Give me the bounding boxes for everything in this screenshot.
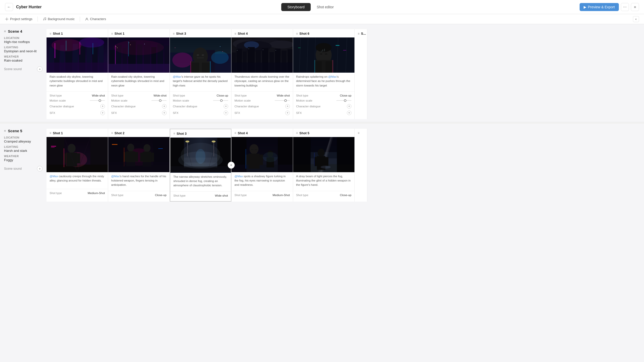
sfx-add-button[interactable]: + (162, 111, 167, 115)
motion-track (213, 100, 228, 101)
motion-scale-control[interactable] (336, 100, 351, 101)
scene-4-title: Scene 4 (8, 29, 22, 33)
scene-4-shots: ≡ Shot 1 (47, 29, 644, 119)
collapse-button[interactable]: ‹ (633, 16, 639, 22)
char-rain-svg (293, 37, 354, 73)
sfx-add-button[interactable]: + (285, 111, 290, 115)
dialogue-add-button[interactable]: + (162, 104, 167, 109)
svg-rect-107 (51, 147, 55, 148)
svg-rect-121 (158, 148, 163, 149)
svg-point-171 (318, 149, 325, 157)
icon-button-2[interactable]: ≡ (631, 3, 639, 11)
shot-type-value: Wide-shot (215, 194, 228, 197)
scene-4-shot-6-header: ≡ Shot 6 (293, 29, 354, 37)
svg-rect-111 (77, 153, 80, 163)
divider (231, 191, 293, 191)
scene-4-weather-field: Weather Rain-soaked (4, 55, 43, 62)
svg-rect-120 (112, 144, 117, 145)
scene-5-shot-2-title: Shot 2 (114, 131, 125, 135)
scene-5-sound-add-button[interactable]: + (37, 166, 43, 171)
storm-city-svg (231, 37, 293, 73)
dialogue-add-button[interactable]: + (347, 104, 351, 109)
scene-5-shot-3-image (170, 138, 231, 173)
divider (170, 191, 231, 192)
back-button[interactable]: ← (5, 3, 13, 11)
svg-point-155 (250, 144, 259, 154)
divider-1 (37, 17, 38, 22)
char-closeup-svg (170, 37, 231, 73)
city-neon2-svg (108, 37, 170, 73)
preview-export-button[interactable]: ▶ Preview & Export (580, 3, 619, 11)
tab-shot-editor[interactable]: Shot editor (311, 3, 340, 11)
sfx-add-button[interactable]: + (100, 111, 105, 115)
scene-4-shot-3-header: ≡ Shot 3 (170, 29, 231, 37)
settings-icon (5, 17, 9, 21)
motion-thumb (220, 99, 223, 102)
sfx-add-button[interactable]: + (224, 111, 228, 115)
scene-4-shot-4-image (231, 37, 293, 73)
divider (108, 191, 170, 191)
scene-5-shot-5: ≡ Shot 5 (293, 129, 355, 202)
scene-5-location-field: Location Cramped alleyway (4, 136, 43, 143)
motion-scale-label: Motion scale (296, 99, 312, 102)
motion-scale-control[interactable] (213, 100, 228, 101)
shot-type-value: Wide-shot (92, 94, 105, 97)
svg-rect-89 (321, 51, 321, 52)
shot-type-label: Shot type (50, 94, 62, 97)
scene-5-shot-5-type-field: Shot type Close-up (293, 193, 354, 198)
background-music-item[interactable]: Background music (43, 17, 75, 21)
sfx-label: SFX (111, 111, 117, 114)
svg-point-48 (197, 54, 199, 56)
scene-5-shot-3: ≡ Shot 3 (170, 129, 231, 202)
motion-scale-control[interactable] (151, 100, 167, 101)
divider (108, 91, 170, 92)
svg-point-143 (212, 141, 216, 143)
scene-4-sound-add-button[interactable]: + (37, 66, 43, 72)
scene-4-location-value: High-rise rooftops (4, 40, 43, 44)
scene-4-shot-1-dialogue-field: Character dialogue + (47, 103, 108, 110)
sub-header: Project settings Background music Charac… (0, 14, 644, 24)
scene-4-shot-4-desc: Thunderous storm clouds looming over the… (231, 73, 293, 90)
svg-point-176 (321, 166, 331, 169)
scene-5-sound-field: Scene sound + (4, 166, 43, 171)
dialogue-add-button[interactable]: + (100, 104, 105, 109)
main-content: ≡ Scene 4 Location High-rise rooftops Li… (0, 24, 644, 214)
project-settings-item[interactable]: Project settings (5, 17, 32, 21)
alley-fog-svg (170, 138, 231, 173)
motion-scale-control[interactable] (90, 100, 105, 101)
svg-point-86 (316, 43, 332, 52)
svg-rect-56 (220, 46, 220, 47)
scene-4-sidebar: ≡ Scene 4 Location High-rise rooftops Li… (0, 29, 47, 72)
motion-scale-control[interactable] (275, 100, 290, 101)
scene-5-shot-5-image (293, 137, 354, 172)
svg-point-1 (43, 19, 44, 20)
mention-max: @Max (111, 175, 119, 178)
scene-5-weather-field: Weather Foggy (4, 155, 43, 162)
svg-point-123 (127, 144, 134, 152)
shot-icon: ≡ (296, 32, 298, 35)
scene-4-shot-1-image (47, 37, 108, 73)
characters-item[interactable]: Characters (85, 17, 106, 21)
svg-point-108 (68, 144, 76, 153)
dialogue-add-button[interactable]: + (285, 104, 290, 109)
tab-storyboard[interactable]: Storyboard (281, 3, 310, 11)
scene-5-weather-value: Foggy (4, 158, 43, 162)
sfx-label: SFX (50, 111, 55, 114)
svg-rect-147 (184, 162, 217, 167)
icon-button-1[interactable]: ⋯ (621, 3, 629, 11)
mention-max: @Max (50, 175, 58, 178)
scene-5-shot-add-button[interactable]: + (228, 162, 235, 169)
svg-point-39 (114, 40, 164, 55)
svg-rect-57 (222, 51, 223, 52)
motion-track (151, 100, 167, 101)
scene-5-location-label: Location (4, 136, 43, 139)
shot-type-value: Medium-Shot (273, 194, 290, 197)
dialogue-add-button[interactable]: + (224, 104, 228, 109)
svg-rect-54 (210, 61, 211, 73)
scene-5-shot-5-header: ≡ Shot 5 (293, 129, 354, 137)
scene-5-shot-2-header: ≡ Shot 2 (108, 129, 170, 137)
scene-5-lighting-value: Harsh and stark (4, 149, 43, 153)
svg-rect-52 (202, 63, 210, 73)
svg-rect-93 (326, 61, 333, 73)
sfx-add-button[interactable]: + (347, 111, 351, 115)
